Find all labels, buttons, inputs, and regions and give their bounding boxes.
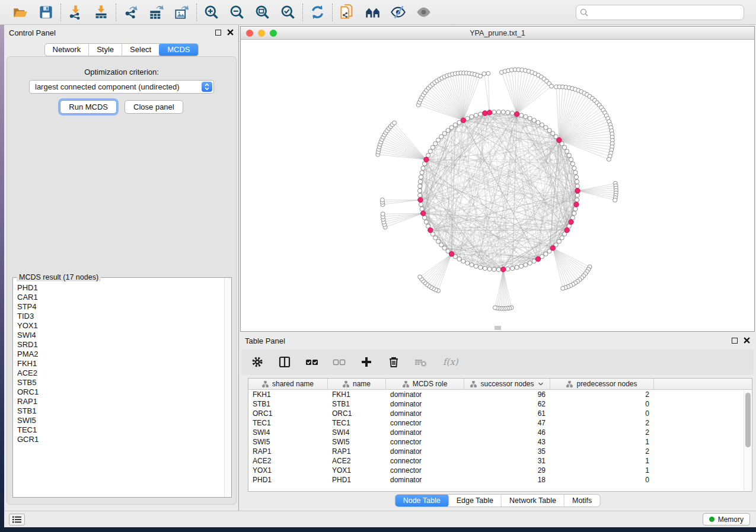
cell-name[interactable]: FKH1 <box>328 390 386 399</box>
refresh-layout-icon[interactable] <box>310 4 326 20</box>
mcds-node-srd1[interactable]: SRD1 <box>17 340 224 350</box>
cell-predecessor-nodes[interactable]: 2 <box>550 390 654 399</box>
panel-close-button[interactable] <box>744 337 750 344</box>
cell-mcds-role[interactable]: connector <box>386 466 464 475</box>
table-row-yox1[interactable]: YOX1YOX1connector291 <box>248 466 752 475</box>
cell-predecessor-nodes[interactable]: 2 <box>550 418 654 428</box>
zoom-fit-icon[interactable] <box>254 4 270 20</box>
cell-mcds-role[interactable]: connector <box>386 418 464 428</box>
mcds-node-car1[interactable]: CAR1 <box>17 293 224 302</box>
table-row-fkh1[interactable]: FKH1FKH1dominator962 <box>248 390 752 399</box>
mcds-node-fkh1[interactable]: FKH1 <box>17 359 224 368</box>
mcds-node-yox1[interactable]: YOX1 <box>17 321 224 331</box>
cell-shared-name[interactable]: TEC1 <box>248 418 328 428</box>
mcds-node-stb1[interactable]: STB1 <box>17 406 224 416</box>
mcds-node-tid3[interactable]: TID3 <box>17 312 224 321</box>
cell-predecessor-nodes[interactable]: 0 <box>550 475 654 485</box>
mcds-node-phd1[interactable]: PHD1 <box>17 283 224 293</box>
hide-selected-icon[interactable] <box>390 4 406 20</box>
cell-predecessor-nodes[interactable]: 2 <box>550 447 654 456</box>
mcds-scrollbar[interactable] <box>224 278 231 497</box>
mcds-result-list[interactable]: PHD1CAR1STP4TID3YOX1SWI4SRD1PMA2FKH1ACE2… <box>13 280 224 497</box>
cell-successor-nodes[interactable]: 96 <box>464 390 550 399</box>
table-row-swi4[interactable]: SWI4SWI4dominator462 <box>248 428 752 437</box>
select-all-columns-icon[interactable] <box>305 355 318 368</box>
cell-name[interactable]: ORC1 <box>328 409 386 418</box>
cell-shared-name[interactable]: SWI5 <box>248 437 328 447</box>
run-mcds-button[interactable]: Run MCDS <box>60 100 117 114</box>
table-row-phd1[interactable]: PHD1PHD1dominator180 <box>248 475 752 485</box>
cell-name[interactable]: TEC1 <box>328 418 386 428</box>
search-input[interactable] <box>576 5 744 20</box>
cell-mcds-role[interactable]: dominator <box>386 409 464 418</box>
zoom-selected-icon[interactable] <box>280 4 296 20</box>
cell-shared-name[interactable]: RAP1 <box>248 447 328 456</box>
tab-network[interactable]: Network <box>44 44 89 56</box>
tab-edge-table[interactable]: Edge Table <box>449 495 502 507</box>
mcds-node-pma2[interactable]: PMA2 <box>17 350 224 359</box>
cell-name[interactable]: STB1 <box>328 399 386 409</box>
cell-shared-name[interactable]: PHD1 <box>248 475 328 485</box>
column-header-name[interactable]: name <box>328 379 386 389</box>
cell-mcds-role[interactable]: connector <box>386 456 464 466</box>
table-scrollbar[interactable] <box>744 390 751 491</box>
export-table-icon[interactable] <box>148 4 164 20</box>
cell-shared-name[interactable]: ACE2 <box>248 456 328 466</box>
cell-shared-name[interactable]: STB1 <box>248 399 328 409</box>
cell-predecessor-nodes[interactable]: 2 <box>550 428 654 437</box>
tab-network-table[interactable]: Network Table <box>502 495 564 507</box>
table-row-stb1[interactable]: STB1STB1dominator620 <box>248 399 752 409</box>
table-row-swi5[interactable]: SWI5SWI5connector431 <box>248 437 752 447</box>
cell-predecessor-nodes[interactable]: 0 <box>550 399 654 409</box>
tab-select[interactable]: Select <box>122 44 160 56</box>
panel-float-button[interactable] <box>732 338 738 344</box>
cell-predecessor-nodes[interactable]: 1 <box>550 466 654 475</box>
cell-name[interactable]: PHD1 <box>328 475 386 485</box>
cell-mcds-role[interactable]: dominator <box>386 475 464 485</box>
column-header-predecessor-nodes[interactable]: predecessor nodes <box>550 379 654 389</box>
cell-name[interactable]: SWI5 <box>328 437 386 447</box>
create-column-icon[interactable] <box>360 355 373 368</box>
column-header-mcds-role[interactable]: MCDS role <box>386 379 464 389</box>
mcds-node-orc1[interactable]: ORC1 <box>17 387 224 397</box>
show-columns-icon[interactable] <box>278 355 291 368</box>
mcds-node-rap1[interactable]: RAP1 <box>17 397 224 406</box>
table-settings-icon[interactable] <box>251 355 264 368</box>
table-row-tec1[interactable]: TEC1TEC1connector472 <box>248 418 752 428</box>
cell-successor-nodes[interactable]: 31 <box>464 456 550 466</box>
cell-shared-name[interactable]: ORC1 <box>248 409 328 418</box>
cell-mcds-role[interactable]: dominator <box>386 447 464 456</box>
network-titlebar[interactable]: YPA_prune.txt_1 <box>241 27 754 40</box>
table-scrollbar-thumb[interactable] <box>745 393 751 447</box>
cell-mcds-role[interactable]: dominator <box>386 390 464 399</box>
criterion-select[interactable]: largest connected component (undirected) <box>29 80 214 94</box>
table-body[interactable]: FKH1FKH1dominator962STB1STB1dominator620… <box>248 390 752 485</box>
tab-mcds[interactable]: MCDS <box>159 43 198 56</box>
network-graph[interactable] <box>241 40 754 331</box>
mcds-node-swi4[interactable]: SWI4 <box>17 331 224 340</box>
export-network-icon[interactable] <box>123 4 139 20</box>
cell-name[interactable]: SWI4 <box>328 428 386 437</box>
cell-shared-name[interactable]: YOX1 <box>248 466 328 475</box>
panel-float-button[interactable] <box>215 30 221 36</box>
save-icon[interactable] <box>38 4 54 20</box>
cell-successor-nodes[interactable]: 29 <box>464 466 550 475</box>
cell-name[interactable]: RAP1 <box>328 447 386 456</box>
cell-successor-nodes[interactable]: 43 <box>464 437 550 447</box>
cell-successor-nodes[interactable]: 47 <box>464 418 550 428</box>
new-network-from-selection-icon[interactable] <box>339 4 355 20</box>
memory-button[interactable]: Memory <box>703 513 750 525</box>
delete-columns-icon[interactable] <box>387 355 400 368</box>
export-image-icon[interactable] <box>174 4 190 20</box>
close-panel-button[interactable]: Close panel <box>125 100 183 114</box>
mcds-node-tec1[interactable]: TEC1 <box>17 425 224 435</box>
delete-table-icon[interactable] <box>414 355 428 368</box>
tab-node-table[interactable]: Node Table <box>395 494 449 507</box>
import-network-icon[interactable] <box>68 4 84 20</box>
panel-close-button[interactable] <box>227 29 234 36</box>
cell-shared-name[interactable]: FKH1 <box>248 390 328 399</box>
zoom-in-icon[interactable] <box>203 4 219 20</box>
cell-predecessor-nodes[interactable]: 1 <box>550 437 654 447</box>
column-header-shared-name[interactable]: shared name <box>248 379 328 389</box>
cell-successor-nodes[interactable]: 61 <box>464 409 550 418</box>
